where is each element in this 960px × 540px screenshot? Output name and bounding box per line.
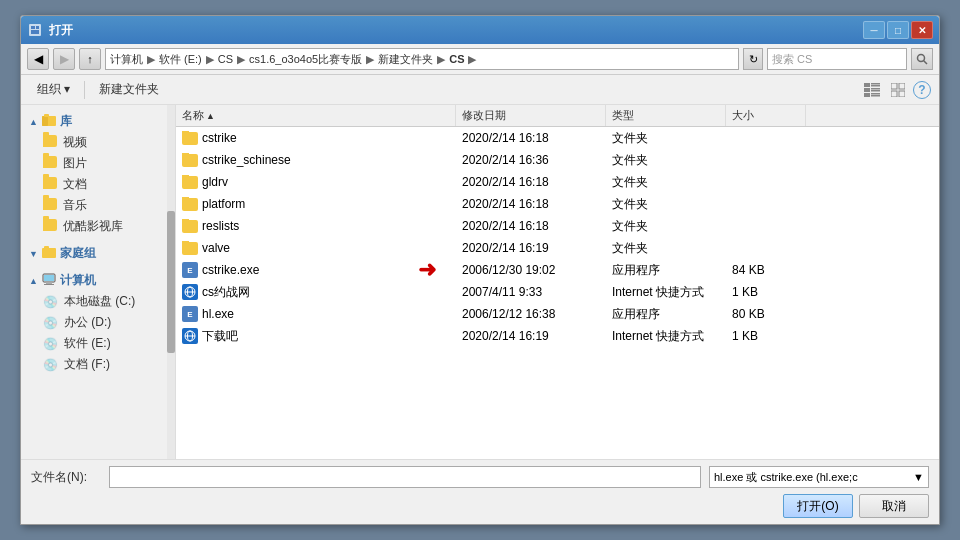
folder-icon <box>182 220 198 233</box>
sidebar-item-video[interactable]: 视频 <box>21 132 175 153</box>
sidebar-group-library[interactable]: ▲ 库 <box>21 109 175 132</box>
address-box[interactable]: 计算机 ▶ 软件 (E:) ▶ CS ▶ cs1.6_o3o4o5比赛专版 ▶ … <box>105 48 739 70</box>
sidebar-group-computer[interactable]: ▲ 计算机 <box>21 268 175 291</box>
up-button[interactable]: ↑ <box>79 48 101 70</box>
filetype-select[interactable]: hl.exe 或 cstrike.exe (hl.exe;c ▼ <box>709 466 929 488</box>
crumb-cs[interactable]: CS <box>218 53 233 65</box>
col-header-size[interactable]: 大小 <box>726 105 806 126</box>
toolbar-right: ? <box>861 79 931 101</box>
organize-button[interactable]: 组织 ▾ <box>29 79 78 100</box>
file-name-cell: gldrv <box>178 175 458 189</box>
filetype-dropdown-icon: ▼ <box>913 471 924 483</box>
file-date-cell: 2020/2/14 16:18 <box>458 197 608 211</box>
file-row[interactable]: E cstrike.exe ➜ 2006/12/30 19:02 应用程序 84… <box>176 259 939 281</box>
file-row[interactable]: gldrv 2020/2/14 16:18 文件夹 <box>176 171 939 193</box>
addressbar: ◀ ▶ ↑ 计算机 ▶ 软件 (E:) ▶ CS ▶ cs1.6_o3o4o5比… <box>21 44 939 75</box>
crumb-drive[interactable]: 软件 (E:) <box>159 52 202 67</box>
sidebar-item-images[interactable]: 图片 <box>21 153 175 174</box>
sidebar-label-edrive: 软件 (E:) <box>64 335 111 352</box>
window-icon <box>27 22 43 38</box>
file-date-cell: 2020/2/14 16:18 <box>458 219 608 233</box>
filetype-value: hl.exe 或 cstrike.exe (hl.exe;c <box>714 470 858 485</box>
file-name: cstrike.exe <box>202 263 259 277</box>
toolbar-separator <box>84 81 85 99</box>
file-row[interactable]: E hl.exe 2006/12/12 16:38 应用程序 80 KB <box>176 303 939 325</box>
sidebar-item-music[interactable]: 音乐 <box>21 195 175 216</box>
sidebar-label-images: 图片 <box>63 155 87 172</box>
sort-arrow: ▲ <box>206 111 215 121</box>
exe-icon: E <box>182 262 198 278</box>
folder-icon <box>182 176 198 189</box>
sidebar-item-docs[interactable]: 文档 <box>21 174 175 195</box>
help-button[interactable]: ? <box>913 81 931 99</box>
sidebar-item-ddrive[interactable]: 💿 办公 (D:) <box>21 312 175 333</box>
sidebar: ▲ 库 视频 图片 <box>21 105 176 459</box>
minimize-button[interactable]: ─ <box>863 21 885 39</box>
open-button[interactable]: 打开(O) <box>783 494 853 518</box>
crumb-newfolder[interactable]: 新建文件夹 <box>378 52 433 67</box>
file-list-header: 名称 ▲ 修改日期 类型 大小 <box>176 105 939 127</box>
file-name-cell: cstrike_schinese <box>178 153 458 167</box>
sidebar-label-youku: 优酷影视库 <box>63 218 123 235</box>
col-header-date[interactable]: 修改日期 <box>456 105 606 126</box>
file-name-cell: platform <box>178 197 458 211</box>
sidebar-item-youku[interactable]: 优酷影视库 <box>21 216 175 237</box>
crumb-version[interactable]: cs1.6_o3o4o5比赛专版 <box>249 52 362 67</box>
svg-rect-3 <box>31 30 39 34</box>
file-row[interactable]: 下载吧 2020/2/14 16:19 Internet 快捷方式 1 KB <box>176 325 939 347</box>
file-date-cell: 2020/2/14 16:18 <box>458 131 608 145</box>
window-title: 打开 <box>49 22 863 39</box>
file-size-cell: 80 KB <box>728 307 808 321</box>
search-placeholder: 搜索 CS <box>772 52 812 67</box>
file-size-cell: 1 KB <box>728 329 808 343</box>
sidebar-item-edrive[interactable]: 💿 软件 (E:) <box>21 333 175 354</box>
file-date-cell: 2020/2/14 16:19 <box>458 329 608 343</box>
large-icons-button[interactable] <box>887 79 909 101</box>
file-name: cs约战网 <box>202 284 250 301</box>
file-name: cstrike_schinese <box>202 153 291 167</box>
sidebar-group-homegroup[interactable]: ▼ 家庭组 <box>21 241 175 264</box>
file-name-cell: reslists <box>178 219 458 233</box>
forward-button[interactable]: ▶ <box>53 48 75 70</box>
file-type-cell: 文件夹 <box>608 152 728 169</box>
col-header-name[interactable]: 名称 ▲ <box>176 105 456 126</box>
sidebar-item-fdrive[interactable]: 💿 文档 (F:) <box>21 354 175 375</box>
youku-folder-icon <box>43 219 57 234</box>
new-folder-button[interactable]: 新建文件夹 <box>91 79 167 100</box>
sidebar-item-cdrive[interactable]: 💿 本地磁盘 (C:) <box>21 291 175 312</box>
crumb-cs2[interactable]: CS <box>449 53 464 65</box>
sidebar-scrollbar[interactable] <box>167 105 175 459</box>
file-row[interactable]: platform 2020/2/14 16:18 文件夹 <box>176 193 939 215</box>
close-button[interactable]: ✕ <box>911 21 933 39</box>
file-size-cell: 1 KB <box>728 285 808 299</box>
open-dialog: 打开 ─ □ ✕ ◀ ▶ ↑ 计算机 ▶ 软件 (E:) ▶ CS ▶ cs1.… <box>20 15 940 525</box>
svg-rect-7 <box>871 83 880 85</box>
search-button[interactable] <box>911 48 933 70</box>
file-size-cell: 84 KB <box>728 263 808 277</box>
window-controls: ─ □ ✕ <box>863 21 933 39</box>
svg-rect-27 <box>44 284 54 285</box>
music-folder-icon <box>43 198 57 213</box>
filename-input[interactable] <box>109 466 701 488</box>
homegroup-icon: ▼ <box>29 249 38 259</box>
search-box[interactable]: 搜索 CS <box>767 48 907 70</box>
file-row[interactable]: reslists 2020/2/14 16:18 文件夹 <box>176 215 939 237</box>
back-button[interactable]: ◀ <box>27 48 49 70</box>
svg-rect-15 <box>891 83 897 89</box>
col-header-type[interactable]: 类型 <box>606 105 726 126</box>
view-toggle-button[interactable] <box>861 79 883 101</box>
fdrive-icon: 💿 <box>43 358 58 372</box>
file-row[interactable]: cstrike_schinese 2020/2/14 16:36 文件夹 <box>176 149 939 171</box>
computer-collapse-icon: ▲ <box>29 276 38 286</box>
refresh-button[interactable]: ↻ <box>743 48 763 70</box>
bottom-area: 文件名(N): hl.exe 或 cstrike.exe (hl.exe;c ▼… <box>21 459 939 524</box>
file-row[interactable]: cs约战网 2007/4/11 9:33 Internet 快捷方式 1 KB <box>176 281 939 303</box>
maximize-button[interactable]: □ <box>887 21 909 39</box>
crumb-computer[interactable]: 计算机 <box>110 52 143 67</box>
cancel-button[interactable]: 取消 <box>859 494 929 518</box>
svg-rect-25 <box>44 275 54 281</box>
web-icon <box>182 284 198 300</box>
file-row[interactable]: cstrike 2020/2/14 16:18 文件夹 <box>176 127 939 149</box>
file-row[interactable]: valve 2020/2/14 16:19 文件夹 <box>176 237 939 259</box>
sidebar-label-cdrive: 本地磁盘 (C:) <box>64 293 135 310</box>
